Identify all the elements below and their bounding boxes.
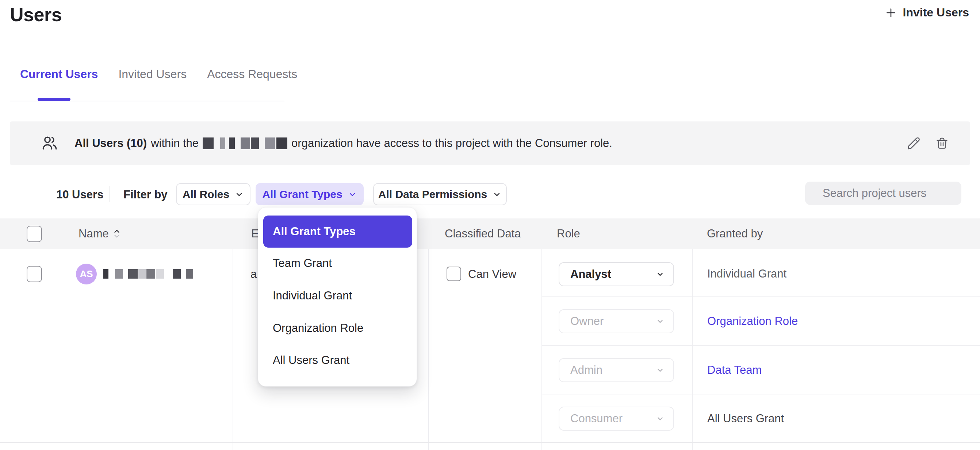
all-grant-types-filter-button[interactable]: All Grant Types xyxy=(256,183,364,205)
filter-by-label: Filter by xyxy=(123,188,168,201)
chevron-down-icon xyxy=(656,270,665,279)
users-group-icon xyxy=(41,135,59,152)
page-title: Users xyxy=(10,4,62,25)
delete-banner-button[interactable] xyxy=(935,122,949,165)
role-select-value: Consumer xyxy=(570,412,622,425)
select-all-checkbox[interactable] xyxy=(27,226,42,242)
tab-current-users[interactable]: Current Users xyxy=(20,68,98,81)
table-header: Name Email Classified Data Role Granted … xyxy=(0,219,980,249)
role-select-analyst[interactable]: Analyst xyxy=(558,262,674,286)
plus-icon xyxy=(885,6,897,19)
grant-row-divider xyxy=(542,395,980,395)
classified-data-header-label: Classified Data xyxy=(445,227,521,240)
role-select-owner[interactable]: Owner xyxy=(558,309,674,333)
banner-bold-text: All Users (10) xyxy=(75,137,147,150)
menu-item-all-users-grant[interactable]: All Users Grant xyxy=(258,349,417,371)
granted-by-cell: Individual Grant xyxy=(707,267,786,280)
chevron-down-icon xyxy=(234,190,244,199)
banner-text: All Users (10) within the organization h… xyxy=(75,137,612,150)
banner-text-after: organization have access to this project… xyxy=(291,137,612,150)
menu-item-organization-role[interactable]: Organization Role xyxy=(258,317,417,339)
trash-icon xyxy=(935,136,949,150)
tab-invited-users[interactable]: Invited Users xyxy=(118,68,186,81)
user-count-label: 10 Users xyxy=(56,188,103,201)
all-data-permissions-label: All Data Permissions xyxy=(378,188,487,201)
column-header-classified-data: Classified Data xyxy=(445,219,521,249)
chevron-down-icon xyxy=(656,414,665,423)
column-divider xyxy=(692,249,693,450)
role-header-label: Role xyxy=(557,227,580,240)
edit-banner-button[interactable] xyxy=(907,122,921,165)
pencil-icon xyxy=(907,136,921,150)
all-data-permissions-filter-button[interactable]: All Data Permissions xyxy=(373,183,507,205)
granted-by-header-label: Granted by xyxy=(707,227,763,240)
menu-item-all-grant-types-selected[interactable]: All Grant Types xyxy=(263,215,412,247)
all-roles-filter-button[interactable]: All Roles xyxy=(176,183,250,205)
redacted-org-name xyxy=(203,138,287,149)
role-select-value: Owner xyxy=(570,315,603,328)
menu-item-individual-grant[interactable]: Individual Grant xyxy=(258,285,417,307)
name-header-label: Name xyxy=(78,227,109,240)
banner-text-before: within the xyxy=(151,137,199,150)
email-cell-fragment: a xyxy=(250,268,257,281)
menu-item-team-grant[interactable]: Team Grant xyxy=(258,252,417,274)
column-divider xyxy=(541,249,542,450)
granted-by-link-organization-role[interactable]: Organization Role xyxy=(707,315,798,328)
granted-by-cell: All Users Grant xyxy=(707,412,784,425)
column-header-granted-by: Granted by xyxy=(707,219,763,249)
column-header-name[interactable]: Name xyxy=(78,219,121,249)
chevron-down-icon xyxy=(492,190,502,199)
invite-users-button[interactable]: Invite Users xyxy=(885,6,969,19)
column-divider xyxy=(428,249,429,450)
invite-users-label: Invite Users xyxy=(903,6,969,19)
avatar: AS xyxy=(76,264,97,284)
role-select-admin[interactable]: Admin xyxy=(558,358,674,382)
row-divider xyxy=(0,442,980,443)
chevron-down-icon xyxy=(656,317,665,326)
row-checkbox[interactable] xyxy=(27,266,42,282)
all-grant-types-label: All Grant Types xyxy=(262,188,342,201)
active-tab-indicator xyxy=(38,98,70,101)
avatar-initials: AS xyxy=(80,268,93,280)
column-divider xyxy=(232,249,233,450)
column-header-role: Role xyxy=(557,219,580,249)
search-box[interactable] xyxy=(805,182,961,205)
grant-type-menu: All Grant Types Team Grant Individual Gr… xyxy=(258,207,417,387)
users-page: Users Invite Users Current Users Invited… xyxy=(0,0,980,450)
tab-bar: Current Users Invited Users Access Reque… xyxy=(20,68,297,81)
banner-content: All Users (10) within the organization h… xyxy=(41,122,612,165)
granted-by-link-data-team[interactable]: Data Team xyxy=(707,364,762,377)
can-view-label: Can View xyxy=(468,268,516,281)
chevron-down-icon xyxy=(348,190,357,199)
redacted-user-name xyxy=(103,269,193,279)
all-users-banner: All Users (10) within the organization h… xyxy=(10,122,970,165)
all-roles-label: All Roles xyxy=(183,188,229,201)
can-view-checkbox[interactable] xyxy=(447,266,461,281)
filter-row-divider xyxy=(110,186,110,202)
sort-icon xyxy=(113,226,121,241)
role-select-consumer[interactable]: Consumer xyxy=(558,407,674,431)
grant-row-divider xyxy=(542,296,980,297)
role-select-value: Analyst xyxy=(570,268,611,281)
tab-access-requests[interactable]: Access Requests xyxy=(207,68,297,81)
search-input[interactable] xyxy=(822,187,968,200)
chevron-down-icon xyxy=(656,366,665,374)
grant-row-divider xyxy=(542,345,980,346)
role-select-value: Admin xyxy=(570,364,603,377)
